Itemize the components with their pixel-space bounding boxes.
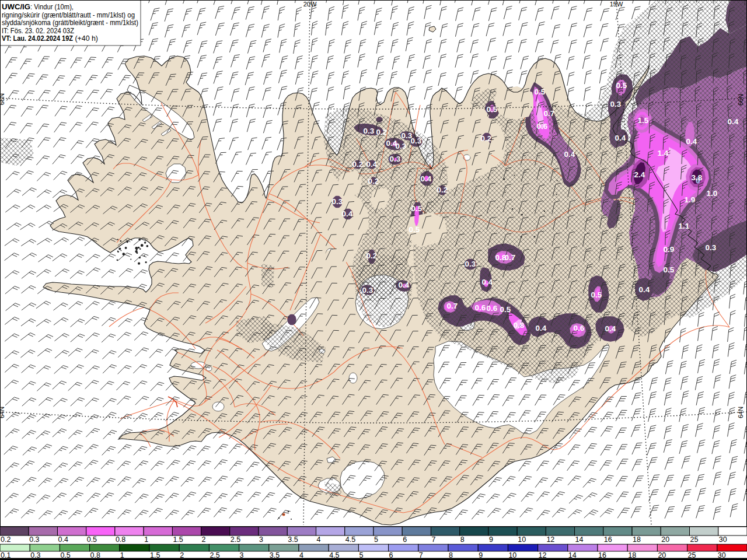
svg-text:0.4: 0.4 — [482, 278, 493, 286]
svg-text:9: 9 — [489, 536, 493, 544]
svg-text:0.7: 0.7 — [447, 302, 458, 310]
svg-text:18: 18 — [633, 536, 641, 544]
svg-text:0.4: 0.4 — [399, 281, 410, 289]
svg-text:0.4: 0.4 — [615, 134, 626, 142]
svg-text:0.4: 0.4 — [605, 324, 616, 333]
svg-text:0.2: 0.2 — [366, 251, 378, 260]
svg-text:0.7: 0.7 — [505, 253, 516, 262]
svg-text:64N: 64N — [737, 407, 744, 418]
svg-text:0.8: 0.8 — [514, 321, 525, 330]
svg-text:0.4: 0.4 — [421, 174, 432, 183]
svg-text:16: 16 — [604, 536, 612, 544]
svg-text:66N: 66N — [737, 94, 744, 106]
svg-text:0.2: 0.2 — [1, 536, 11, 544]
svg-text:0.5: 0.5 — [409, 225, 420, 234]
svg-text:0.5: 0.5 — [87, 536, 97, 544]
svg-text:IT: Fös. 23. 02. 2024 03Z: IT: Fös. 23. 02. 2024 03Z — [2, 27, 74, 35]
svg-text:0.6: 0.6 — [487, 304, 498, 313]
svg-text:0.7: 0.7 — [544, 109, 555, 118]
svg-text:15W: 15W — [610, 1, 623, 8]
svg-text:0.2: 0.2 — [481, 134, 492, 143]
svg-text:2.4: 2.4 — [634, 170, 645, 179]
svg-text:8: 8 — [460, 536, 465, 544]
svg-text:3: 3 — [259, 536, 263, 544]
svg-text:0.3: 0.3 — [706, 243, 717, 252]
svg-text:3.8: 3.8 — [692, 173, 703, 182]
svg-text:25: 25 — [690, 536, 699, 544]
svg-text:1.4: 1.4 — [658, 149, 669, 158]
svg-text:slydda/snjókoma (grátt/bleikt/: slydda/snjókoma (grátt/bleikt/grænt - mm… — [2, 19, 138, 27]
svg-text:0.5: 0.5 — [500, 305, 511, 314]
svg-text:14: 14 — [575, 536, 584, 544]
svg-text:1.5: 1.5 — [638, 116, 649, 125]
svg-text:64N: 64N — [0, 407, 5, 418]
svg-text:4: 4 — [317, 536, 321, 544]
svg-text:0.5: 0.5 — [411, 204, 423, 213]
svg-text:0.4: 0.4 — [342, 209, 353, 218]
svg-text:0.2: 0.2 — [368, 177, 379, 186]
svg-text:0.3: 0.3 — [465, 260, 476, 268]
svg-text:3.5: 3.5 — [288, 536, 298, 544]
svg-text:0.3: 0.3 — [610, 100, 622, 108]
svg-text:0.3: 0.3 — [29, 536, 39, 544]
svg-text:1: 1 — [144, 536, 148, 544]
svg-text:0.4: 0.4 — [536, 324, 547, 332]
svg-text:0.3: 0.3 — [332, 197, 343, 206]
svg-text:20W: 20W — [303, 1, 317, 8]
svg-text:0.2: 0.2 — [437, 186, 448, 194]
svg-text:5: 5 — [374, 536, 378, 544]
svg-text:2.5: 2.5 — [231, 536, 240, 544]
svg-text:0.4: 0.4 — [564, 150, 575, 159]
svg-text:0.3: 0.3 — [390, 155, 401, 163]
svg-text:4.5: 4.5 — [345, 536, 355, 544]
svg-text:0.4: 0.4 — [639, 285, 650, 294]
svg-text:0.2: 0.2 — [352, 160, 364, 169]
svg-text:0.3: 0.3 — [364, 127, 375, 135]
svg-text:VT: Lau. 24.02.2024 19Z (+40 h: VT: Lau. 24.02.2024 19Z (+40 h) — [2, 34, 98, 43]
svg-text:0.4: 0.4 — [366, 160, 378, 169]
svg-text:1.0: 1.0 — [707, 189, 718, 198]
svg-text:1.1: 1.1 — [679, 222, 690, 230]
svg-text:0.3: 0.3 — [396, 142, 407, 150]
svg-text:0.8: 0.8 — [116, 536, 125, 544]
svg-text:20: 20 — [661, 536, 669, 544]
svg-text:0.3: 0.3 — [411, 136, 422, 145]
svg-text:0.5: 0.5 — [616, 81, 627, 90]
svg-text:0.2: 0.2 — [376, 128, 388, 136]
svg-text:1.5: 1.5 — [173, 536, 183, 544]
svg-text:0.4: 0.4 — [58, 536, 68, 544]
svg-text:0.9: 0.9 — [664, 245, 675, 254]
svg-text:0.6: 0.6 — [537, 122, 548, 131]
svg-text:10: 10 — [518, 536, 526, 544]
svg-text:0.5: 0.5 — [535, 88, 546, 96]
svg-text:6: 6 — [403, 536, 407, 544]
svg-text:rigning/skúrir (grænt/blátt/ra: rigning/skúrir (grænt/blátt/rautt - mm/1… — [2, 11, 135, 19]
svg-text:30: 30 — [719, 536, 727, 544]
svg-text:UWC/IG: Vindur (10m),: UWC/IG: Vindur (10m), — [2, 3, 74, 11]
svg-text:0.4: 0.4 — [728, 117, 739, 126]
svg-text:12: 12 — [546, 536, 554, 544]
svg-text:66N: 66N — [0, 93, 5, 105]
svg-text:0.4: 0.4 — [686, 137, 697, 146]
svg-text:0.3: 0.3 — [362, 286, 374, 295]
svg-text:1.9: 1.9 — [685, 195, 696, 204]
svg-text:0.5: 0.5 — [487, 105, 498, 114]
svg-text:0.5: 0.5 — [664, 265, 675, 274]
svg-text:7: 7 — [432, 536, 436, 544]
svg-text:2: 2 — [202, 536, 206, 544]
svg-text:0.5: 0.5 — [591, 290, 602, 299]
svg-text:0.6: 0.6 — [574, 324, 585, 332]
svg-text:0.6: 0.6 — [475, 303, 486, 312]
